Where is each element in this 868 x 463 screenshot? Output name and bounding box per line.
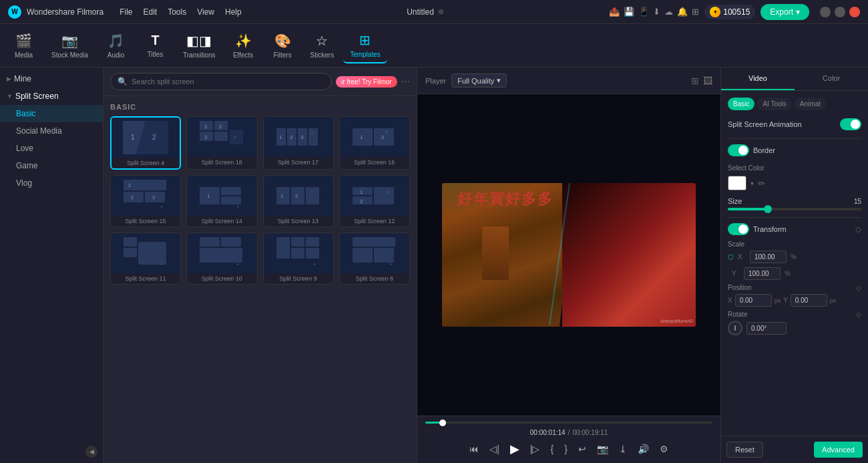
reset-button[interactable]: Reset — [726, 442, 763, 458]
sub-tab-animat[interactable]: Animat — [795, 98, 826, 110]
tool-audio[interactable]: 🎵 Audio — [97, 29, 134, 63]
collapse-button[interactable]: ◀ — [85, 446, 97, 458]
transform-toggle[interactable] — [728, 223, 749, 235]
time-total: 00:00:19:11 — [572, 429, 608, 436]
tool-stock-media[interactable]: 📷 Stock Media — [45, 29, 95, 63]
tool-filters-label: Filters — [273, 51, 291, 59]
svg-text:1: 1 — [360, 189, 363, 195]
menu-tools[interactable]: Tools — [168, 7, 186, 17]
menu-edit[interactable]: Edit — [144, 7, 158, 17]
eyedropper-icon[interactable]: ✏ — [758, 178, 765, 188]
template-split-screen-15[interactable]: 2 2 3 + Split Screen 15 — [110, 175, 181, 227]
export-button[interactable]: Export ▾ — [761, 4, 809, 20]
maximize-button[interactable] — [835, 7, 845, 17]
template-split-screen-10[interactable]: + Split Screen 10 — [186, 233, 257, 285]
snapshot-button[interactable]: 🖼 — [703, 75, 712, 86]
audio-button[interactable]: 🔊 — [635, 442, 652, 456]
cloud-icon[interactable]: ☁ — [664, 7, 673, 17]
frame-forward-button[interactable]: |▷ — [527, 442, 543, 456]
template-split-screen-8[interactable]: + Split Screen 8 — [339, 233, 410, 285]
position-y-input[interactable] — [791, 294, 827, 307]
sidebar-item-social-media[interactable]: Social Media — [0, 122, 103, 140]
template-split-screen-9[interactable]: + Split Screen 9 — [263, 233, 334, 285]
rotate-row — [728, 321, 861, 335]
tool-stickers[interactable]: ☆ Stickers — [304, 29, 341, 63]
svg-rect-61 — [138, 242, 166, 265]
search-box[interactable]: 🔍 — [110, 73, 332, 90]
tool-effects[interactable]: ✨ Effects — [225, 29, 262, 63]
scale-x-input[interactable] — [750, 251, 787, 263]
color-dropdown-icon[interactable]: ▾ — [750, 180, 754, 187]
sidebar-item-love[interactable]: Love — [0, 140, 103, 157]
export-frame-button[interactable]: ⤓ — [616, 442, 630, 456]
position-x-input[interactable] — [735, 294, 772, 307]
promo-badge[interactable]: ir free! Try Filmor — [336, 76, 397, 88]
quality-selector[interactable]: Full Quality ▾ — [451, 73, 507, 88]
sidebar-item-mine[interactable]: ▶ Mine — [0, 70, 103, 88]
section-label: BASIC — [110, 103, 410, 111]
template-split-screen-13[interactable]: 1 2 + Split Screen 13 — [263, 175, 334, 227]
sub-tab-basic[interactable]: Basic — [728, 98, 754, 110]
sub-tab-ai-tools[interactable]: AI Tools — [757, 98, 791, 110]
snapshot-ctrl-button[interactable]: 📷 — [594, 442, 611, 456]
color-swatch[interactable] — [728, 176, 746, 190]
grid-icon[interactable]: ⊞ — [692, 7, 699, 17]
progress-bar[interactable] — [425, 422, 712, 424]
template-split-screen-12[interactable]: 1 2 + Split Screen 12 — [339, 175, 410, 227]
svg-text:+: + — [236, 204, 239, 209]
titlebar: W Wondershare Filmora File Edit Tools Vi… — [0, 0, 868, 24]
scale-x-row: ⬡ X % — [728, 251, 861, 263]
sidebar-item-vlog[interactable]: Vlog — [0, 174, 103, 192]
progress-handle[interactable] — [439, 420, 446, 426]
download-icon[interactable]: ⬇ — [653, 7, 660, 17]
sidebar-item-game[interactable]: Game — [0, 157, 103, 174]
save-icon[interactable]: 💾 — [624, 7, 634, 17]
transform-expand-icon[interactable]: ◇ — [855, 224, 861, 234]
frame-back-button[interactable]: ◁| — [487, 442, 502, 456]
svg-text:3: 3 — [152, 195, 155, 200]
tab-color[interactable]: Color — [795, 67, 868, 90]
share-icon[interactable]: 📤 — [609, 7, 620, 17]
template-split-screen-18[interactable]: 1 2 3 + Split Screen 18 — [186, 116, 257, 170]
template-split-screen-11[interactable]: + Split Screen 11 — [110, 233, 181, 285]
tool-titles[interactable]: T Titles — [137, 29, 174, 62]
template-split-screen-4[interactable]: 1 2 Split Screen 4 — [110, 116, 181, 170]
menu-view[interactable]: View — [197, 7, 214, 17]
tool-filters[interactable]: 🎨 Filters — [264, 29, 301, 63]
more-button[interactable]: ··· — [401, 75, 410, 88]
menu-file[interactable]: File — [120, 7, 132, 17]
sidebar-item-splitscreen[interactable]: ▼ Split Screen — [0, 88, 103, 105]
scale-y-input[interactable] — [744, 267, 781, 280]
preview-left-image: 好年賀好多多 — [442, 183, 576, 327]
tool-templates[interactable]: ⊞ Templates — [343, 28, 387, 63]
template-split-screen-16[interactable]: 1 2 + Split Screen 16 — [339, 116, 410, 170]
settings-button[interactable]: ⚙ — [657, 442, 671, 456]
minimize-button[interactable] — [820, 7, 831, 17]
templates-icon: ⊞ — [359, 32, 371, 48]
template-split-screen-14[interactable]: 1 + Split Screen 14 — [186, 175, 257, 227]
advanced-button[interactable]: Advanced — [814, 442, 863, 458]
loop-button[interactable]: ↩ — [576, 442, 589, 456]
bell-icon[interactable]: 🔔 — [677, 7, 688, 17]
size-slider[interactable] — [728, 208, 861, 210]
template-split-screen-17[interactable]: 1 2 3 + Split Screen 17 — [263, 116, 334, 170]
size-handle[interactable] — [764, 205, 772, 213]
play-button[interactable]: ▶ — [507, 440, 522, 458]
grid-view-button[interactable]: ⊞ — [691, 75, 699, 86]
rotate-input[interactable] — [746, 322, 787, 335]
tool-media[interactable]: 🎬 Media — [5, 29, 42, 63]
svg-text:+: + — [236, 262, 239, 267]
menu-help[interactable]: Help — [225, 7, 242, 17]
close-button[interactable] — [849, 7, 860, 17]
border-toggle[interactable] — [728, 144, 749, 156]
split-animation-toggle[interactable] — [840, 118, 861, 130]
in-point-button[interactable]: { — [548, 442, 556, 456]
skip-back-button[interactable]: ⏮ — [467, 442, 481, 456]
sidebar-item-basic[interactable]: Basic — [0, 105, 103, 122]
rotate-dial[interactable] — [728, 321, 742, 335]
out-point-button[interactable]: } — [562, 442, 570, 456]
search-input[interactable] — [132, 78, 324, 86]
tool-transitions[interactable]: ◧◨ Transitions — [176, 29, 222, 63]
tab-video[interactable]: Video — [721, 67, 795, 90]
devices-icon[interactable]: 📱 — [638, 7, 649, 17]
